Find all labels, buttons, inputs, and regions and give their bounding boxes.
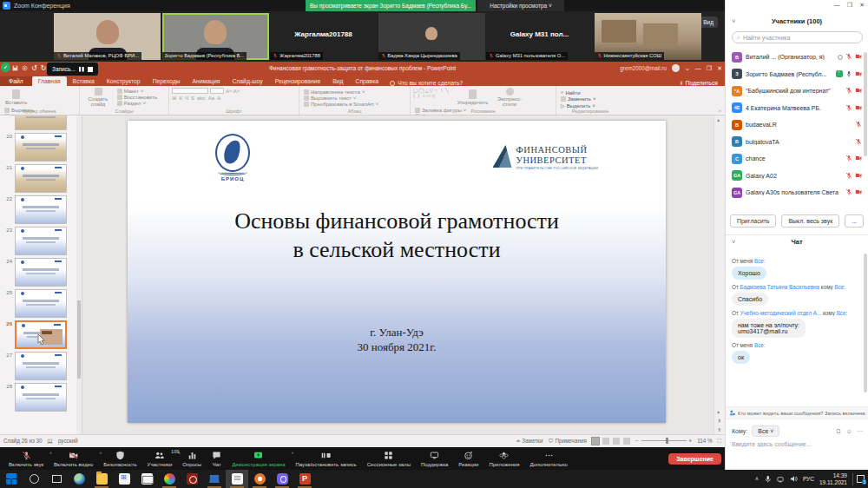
spellcheck-icon[interactable]: 🕮: [48, 438, 53, 444]
toolbar-micoff-button[interactable]: Включить звук˄: [3, 447, 49, 470]
video-tile[interactable]: Жаргалма201788Жаргалма201788: [270, 13, 377, 60]
font-size-select[interactable]: [210, 88, 224, 94]
taskbar-folder-button[interactable]: [90, 470, 113, 488]
video-tile[interactable]: Виталий Маланов, РЦОФ БРИ...: [54, 13, 161, 60]
zoom-slider[interactable]: −+: [635, 438, 692, 444]
slide-thumbnail-row[interactable]: 20: [3, 133, 80, 162]
new-slide-button[interactable]: Создать слайд: [82, 88, 114, 107]
panel-maximize-button[interactable]: ❐: [847, 2, 852, 9]
replace-button[interactable]: Заменить ˅: [561, 96, 595, 102]
chat-recipient[interactable]: Все:: [837, 310, 848, 316]
account-email[interactable]: grem2000@mail.ru: [620, 65, 667, 71]
toolbar-sharescreen-button[interactable]: Демонстрация экрана˄: [227, 447, 290, 470]
toolbar-shield-button[interactable]: Безопасность: [98, 447, 141, 470]
slide-thumbnail[interactable]: [15, 164, 67, 193]
smartart-button[interactable]: Преобразовать в SmartArt ˅: [304, 102, 378, 107]
participant-row[interactable]: ВbudaevaLR: [726, 116, 868, 134]
record-icon[interactable]: [22, 65, 28, 71]
toolbar-support-button[interactable]: Поддержка: [416, 447, 453, 470]
quick-styles-button[interactable]: Экспресс-стили: [492, 88, 527, 107]
toolbar-moredots-button[interactable]: Дополнительно: [525, 447, 573, 470]
ppt-maximize-button[interactable]: ❐: [707, 65, 712, 72]
chat-sender-name[interactable]: Бадмаева Татьяна Васильевна: [740, 284, 820, 290]
file-attach-icon[interactable]: 🗋: [836, 428, 842, 434]
slide-sorter-icon[interactable]: [602, 438, 609, 445]
panel-minimize-button[interactable]: —: [834, 2, 840, 9]
taskbar-device-button[interactable]: [203, 470, 226, 488]
font-style-glyph[interactable]: К: [180, 96, 183, 101]
toolbar-apps-button[interactable]: Приложения: [483, 447, 524, 470]
layout-button[interactable]: Макет ˅: [117, 89, 157, 94]
slide-thumbnail-row[interactable]: 22: [3, 195, 80, 224]
ribbon-tab-слайд-шоу[interactable]: Слайд-шоу: [226, 76, 268, 86]
font-style-glyph[interactable]: Ч: [185, 96, 188, 101]
shapes-gallery[interactable]: ▢◯△▽☆ \ ╲ ( ) ⌂▭◇: [413, 88, 453, 98]
font-style-buttons[interactable]: ЖКЧSabcАаА: [172, 96, 296, 101]
toolbar-pausestop-button[interactable]: Пауза/остановить запись: [290, 447, 361, 470]
participant-row[interactable]: ВbulgatovaTA: [726, 134, 868, 151]
taskbar-photos-button[interactable]: [158, 470, 181, 488]
section-button[interactable]: Раздел ˅: [117, 101, 157, 106]
slide-thumbnail[interactable]: [15, 133, 67, 162]
chat-more-icon[interactable]: ⋯: [857, 428, 863, 435]
chat-recipient-select[interactable]: Все ˅: [752, 425, 779, 437]
ribbon-tab-file[interactable]: Файл: [0, 76, 32, 86]
ribbon-tab-переходы[interactable]: Переходы: [147, 76, 187, 86]
chat-recipient[interactable]: Все:: [834, 284, 845, 290]
taskbar-task-button[interactable]: [45, 470, 68, 488]
participant-row[interactable]: "А"Бабушкинский дом интернат": [726, 82, 868, 100]
chat-recipient[interactable]: Все:: [754, 342, 766, 348]
slide-thumbnail-row[interactable]: 26: [3, 320, 80, 349]
slide-thumbnail[interactable]: [15, 227, 67, 255]
toolbar-people-button[interactable]: Участники109˄: [142, 447, 178, 470]
taskbar-start-button[interactable]: [0, 470, 23, 488]
ribbon-tab-справка[interactable]: Справка: [349, 76, 385, 86]
comments-button[interactable]: 🗩 Примечания: [548, 438, 586, 444]
undo-icon[interactable]: ↺: [31, 64, 37, 72]
share-button[interactable]: 🯅Поделиться: [680, 80, 718, 86]
video-tile[interactable]: Бадма-Ханда Цырендашиева: [378, 13, 485, 60]
taskbar-browser-button[interactable]: [248, 470, 271, 488]
participants-more-button[interactable]: ...: [845, 214, 864, 228]
view-settings-button[interactable]: Настройки просмотра ˅: [477, 0, 564, 11]
notification-center-button[interactable]: [852, 473, 865, 485]
reading-view-icon[interactable]: [613, 438, 620, 445]
participant-search[interactable]: ⌕ Найти участника: [732, 31, 863, 43]
taskbar-acrobat-button[interactable]: [181, 470, 203, 488]
slide-thumbnail[interactable]: [15, 352, 67, 380]
language-switcher[interactable]: РУС: [803, 476, 814, 482]
tray-chevron-up-icon[interactable]: ˄: [755, 476, 759, 482]
slide-thumbnail[interactable]: [15, 383, 67, 412]
tell-me-box[interactable]: Что вы хотите сделать?: [390, 80, 463, 86]
slide-thumbnail-row[interactable]: 27: [3, 352, 80, 380]
ribbon-tab-рецензирование[interactable]: Рецензирование: [269, 76, 326, 86]
participant-row[interactable]: 4Е4 Екатерина Матвеева РБ.: [726, 100, 868, 117]
ppt-close-button[interactable]: ✕: [717, 65, 722, 72]
scroll-up-icon[interactable]: ▴: [717, 116, 720, 122]
tray-speaker-icon[interactable]: [790, 475, 798, 483]
font-style-glyph[interactable]: Аа: [208, 96, 214, 101]
chat-message-bubble[interactable]: нам тоже на эл/почту: umo3417@mail.ru: [732, 319, 806, 338]
toolbar-camoff-button[interactable]: Включить видео˄: [49, 447, 98, 470]
font-style-glyph[interactable]: S: [191, 96, 194, 101]
slide-thumbnail-row[interactable]: 25: [3, 289, 80, 318]
arrange-button[interactable]: Упорядочить: [455, 88, 491, 107]
font-grow-shrink[interactable]: A˄ A˅: [226, 89, 240, 94]
notes-button[interactable]: ≐ Заметки: [516, 438, 542, 444]
invite-button[interactable]: Пригласить: [730, 214, 776, 228]
prev-slide-icon[interactable]: ⇞: [717, 418, 721, 424]
text-direction-button[interactable]: Направление текста ˅: [304, 89, 378, 95]
slide-thumbnails-pane[interactable]: 202122232425262728: [0, 115, 82, 434]
redo-icon[interactable]: ↻: [41, 64, 47, 72]
slideshow-icon[interactable]: [623, 438, 630, 445]
participants-scrollbar[interactable]: [864, 52, 867, 156]
taskbar-store-button[interactable]: [113, 470, 135, 488]
slide-canvas[interactable]: БРИОЦ ФИНАНСОВЫЙУНИВЕРСИТЕТ ПРИ ПРАВИТЕЛ…: [82, 115, 713, 434]
thumbnails-scrollbar[interactable]: [76, 115, 82, 434]
ribbon-tab-вставка[interactable]: Вставка: [67, 76, 101, 86]
participant-row[interactable]: ВВиталий ... (Организатор, я): [726, 49, 868, 66]
taskbar-clock[interactable]: 14:3919.11.2021: [819, 472, 847, 486]
ribbon-tab-анимация[interactable]: Анимация: [187, 76, 227, 86]
ribbon-tab-главная[interactable]: Главная: [32, 76, 67, 86]
zoom-level[interactable]: 114 %: [697, 438, 712, 444]
